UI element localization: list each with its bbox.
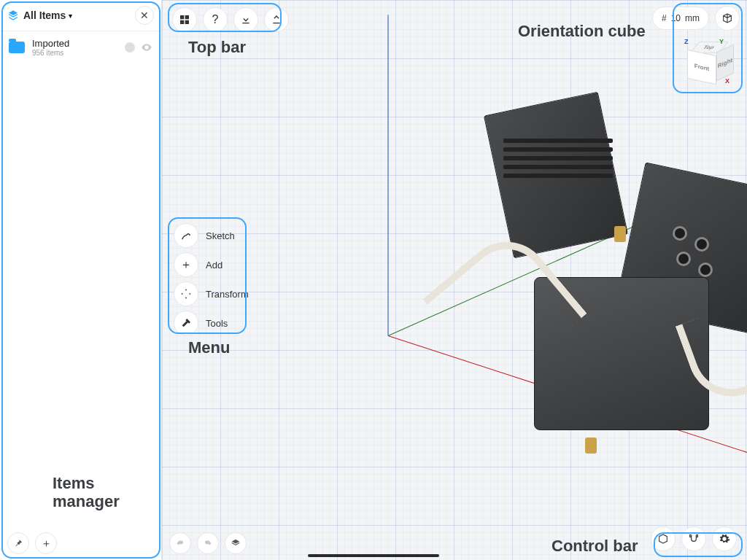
axis-x (388, 335, 747, 476)
snap-button[interactable] (681, 526, 706, 551)
menu-item-add[interactable]: ＋ Add (174, 252, 249, 277)
import-button[interactable] (233, 7, 258, 32)
sketch-button[interactable] (174, 223, 198, 248)
export-button[interactable] (264, 7, 289, 32)
items-title: All Items (23, 9, 66, 21)
grid-icon (179, 14, 190, 26)
menu-item-sketch[interactable]: Sketch (174, 223, 249, 248)
undo-button[interactable] (169, 532, 191, 554)
add-item-button[interactable]: ＋ (35, 532, 57, 554)
pin-icon (13, 538, 23, 548)
gear-icon (719, 533, 730, 545)
import-icon (240, 14, 252, 26)
cube-face-front[interactable]: Front (687, 50, 716, 85)
folder-count: 956 items (32, 49, 69, 57)
home-indicator (308, 554, 439, 557)
units-bar: # 10 mm (652, 6, 740, 31)
hash-icon: # (662, 13, 667, 23)
transform-button[interactable] (174, 281, 198, 306)
layers-button[interactable] (225, 532, 247, 554)
magnet-icon (688, 533, 700, 545)
layers-icon (231, 538, 241, 548)
items-manager-panel: All Items ▾ ✕ Imported 956 items ＋ (0, 0, 162, 560)
units-display[interactable]: # 10 mm (652, 7, 709, 30)
menu-label-sketch: Sketch (206, 230, 235, 241)
units-value: 10 (671, 13, 681, 23)
orientation-cube[interactable]: Top Front Right X Y Z (678, 36, 737, 95)
export-icon (271, 14, 282, 26)
add-button[interactable]: ＋ (174, 252, 198, 277)
settings-button[interactable] (712, 526, 737, 551)
folder-icon (9, 42, 25, 53)
view-mode-button[interactable] (651, 526, 676, 551)
grid-view-button[interactable] (172, 7, 197, 32)
transform-icon (180, 288, 192, 300)
close-panel-button[interactable]: ✕ (135, 6, 154, 25)
home-view-button[interactable] (715, 6, 740, 31)
axis-y (388, 187, 721, 336)
layers-icon (7, 9, 19, 21)
home-cube-icon (721, 12, 733, 24)
items-header[interactable]: All Items ▾ ✕ (0, 0, 161, 31)
folder-name: Imported (32, 38, 69, 49)
redo-icon (203, 538, 213, 548)
menu-label-tools: Tools (206, 318, 228, 329)
sidebar-footer: ＋ (0, 526, 161, 560)
hammer-icon (180, 317, 192, 329)
undo-icon (175, 538, 185, 548)
menu-item-transform[interactable]: Transform (174, 281, 249, 306)
caret-down-icon: ▾ (69, 12, 72, 20)
menu-label-transform: Transform (206, 289, 249, 300)
folder-item-imported[interactable]: Imported 956 items (0, 31, 161, 63)
cube-axis-x: X (725, 77, 729, 85)
history-bar (169, 532, 247, 554)
sketch-icon (180, 230, 192, 241)
tool-menu: Sketch ＋ Add Transform Tools (169, 219, 253, 340)
cube-axis-z: Z (684, 38, 689, 45)
model-engine (439, 88, 747, 459)
pin-button[interactable] (7, 532, 29, 554)
redo-button[interactable] (197, 532, 219, 554)
help-button[interactable]: ? (203, 7, 228, 32)
menu-item-tools[interactable]: Tools (174, 311, 249, 335)
axis-z (388, 15, 389, 336)
units-unit: mm (685, 13, 700, 23)
visibility-icon[interactable] (141, 42, 152, 53)
cube-icon (657, 533, 669, 545)
tools-button[interactable] (174, 311, 198, 335)
status-dot-icon[interactable] (125, 42, 135, 52)
help-icon: ? (212, 13, 219, 26)
control-bar (648, 524, 740, 554)
menu-label-add: Add (206, 260, 222, 271)
top-bar: ? (169, 4, 292, 35)
cube-axis-y: Y (719, 38, 724, 45)
